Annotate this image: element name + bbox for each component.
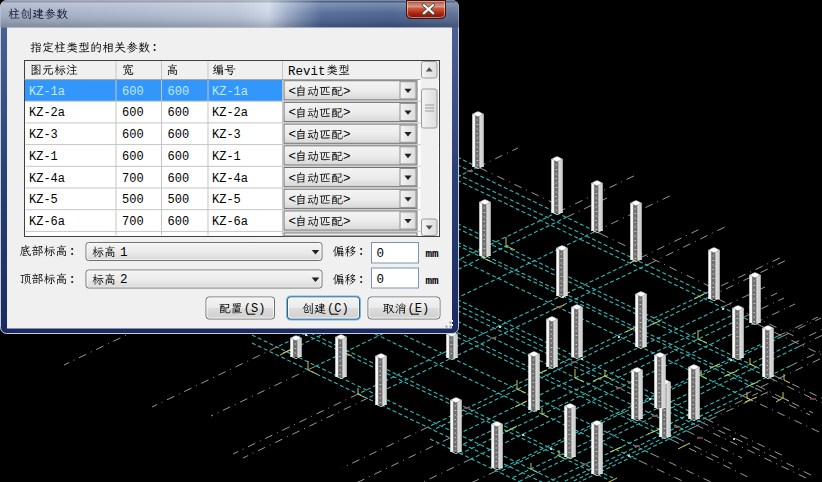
svg-text:mm: mm [426, 248, 440, 260]
svg-text:700: 700 [122, 215, 144, 229]
svg-text::: : [358, 273, 365, 287]
svg-text:700: 700 [122, 172, 144, 186]
svg-text:>: > [343, 128, 351, 142]
svg-text:<: < [289, 150, 297, 164]
svg-text::: : [151, 41, 158, 55]
svg-text:KZ-4a: KZ-4a [29, 172, 65, 186]
svg-text:600: 600 [168, 172, 190, 186]
svg-text:0: 0 [377, 247, 385, 261]
svg-text:500: 500 [168, 193, 190, 207]
svg-text:KZ-3: KZ-3 [29, 128, 58, 142]
svg-text:600: 600 [122, 128, 144, 142]
svg-text:KZ-2a: KZ-2a [29, 106, 65, 120]
svg-text:600: 600 [168, 215, 190, 229]
svg-text:>: > [343, 85, 351, 99]
svg-text:<: < [289, 128, 297, 142]
svg-text:600: 600 [168, 106, 190, 120]
svg-text:KZ-1a: KZ-1a [29, 85, 65, 99]
svg-text:0: 0 [377, 273, 385, 287]
svg-text:600: 600 [168, 128, 190, 142]
svg-text:KZ-3: KZ-3 [212, 128, 241, 142]
svg-text::: : [69, 245, 76, 259]
svg-text:>: > [343, 215, 351, 229]
svg-text:500: 500 [122, 193, 144, 207]
svg-text:>: > [343, 150, 351, 164]
svg-text:600: 600 [168, 150, 190, 164]
svg-text:KZ-1: KZ-1 [29, 150, 58, 164]
svg-text:Revit: Revit [288, 65, 326, 79]
svg-text:<: < [289, 215, 297, 229]
svg-text:KZ-6a: KZ-6a [212, 215, 248, 229]
svg-text:mm: mm [426, 275, 440, 287]
svg-text:2: 2 [120, 273, 128, 287]
svg-text:>: > [343, 172, 351, 186]
svg-text:KZ-1a: KZ-1a [212, 85, 248, 99]
svg-text:KZ-5: KZ-5 [212, 193, 241, 207]
svg-text:>: > [343, 193, 351, 207]
svg-text:KZ-1: KZ-1 [212, 150, 241, 164]
svg-text:KZ-2a: KZ-2a [212, 106, 248, 120]
svg-text:<: < [289, 172, 297, 186]
svg-text:<: < [289, 193, 297, 207]
svg-text:>: > [343, 106, 351, 120]
svg-text:1: 1 [120, 246, 128, 260]
svg-text:<: < [289, 85, 297, 99]
svg-text:600: 600 [168, 85, 190, 99]
svg-text:600: 600 [122, 85, 144, 99]
svg-text::: : [69, 273, 76, 287]
svg-text:KZ-5: KZ-5 [29, 193, 58, 207]
svg-text:600: 600 [122, 150, 144, 164]
svg-text::: : [358, 245, 365, 259]
svg-text:KZ-4a: KZ-4a [212, 172, 248, 186]
svg-text:600: 600 [122, 106, 144, 120]
svg-text:<: < [289, 106, 297, 120]
svg-text:KZ-6a: KZ-6a [29, 215, 65, 229]
